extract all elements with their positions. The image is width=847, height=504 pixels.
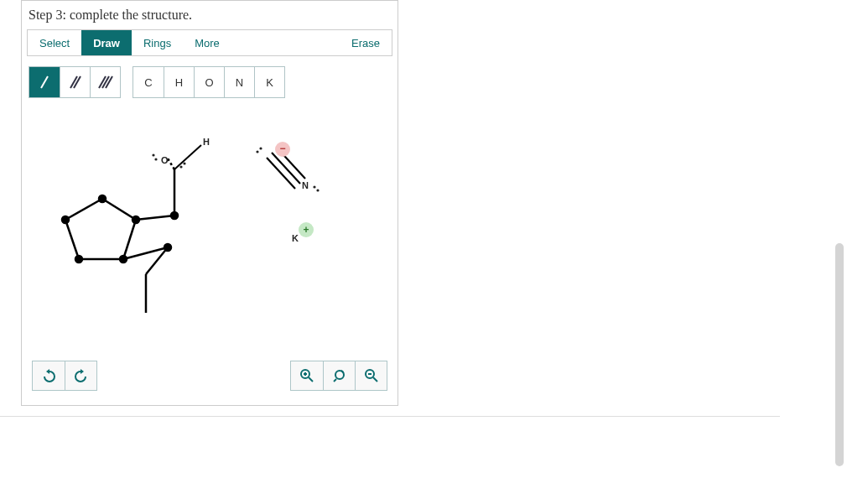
double-bond-icon <box>68 74 83 91</box>
svg-point-28 <box>154 158 157 160</box>
svg-line-21 <box>123 247 168 259</box>
step-title: Step 3: complete the structure. <box>27 6 392 29</box>
zoom-fit-icon <box>332 368 347 383</box>
undo-icon <box>42 369 56 383</box>
triple-bond-button[interactable] <box>90 67 120 97</box>
svg-point-34 <box>313 185 315 188</box>
drawing-canvas-scroll[interactable]: O H N K − + <box>27 107 392 400</box>
mode-tab-row: Select Draw Rings More Erase <box>27 29 392 56</box>
svg-line-1 <box>70 76 77 88</box>
svg-line-9 <box>65 220 79 259</box>
zoom-group <box>290 361 387 391</box>
oxygen-atom-label: O <box>161 155 169 165</box>
redo-button[interactable] <box>65 361 96 390</box>
zoom-in-button[interactable] <box>291 361 323 390</box>
svg-line-7 <box>123 220 136 259</box>
tab-more[interactable]: More <box>183 30 231 55</box>
svg-point-11 <box>99 195 106 202</box>
zoom-out-button[interactable] <box>355 361 387 390</box>
page-container: Step 3: complete the structure. Select D… <box>0 0 780 417</box>
single-bond-icon <box>38 74 51 91</box>
svg-point-35 <box>316 189 319 191</box>
svg-line-0 <box>41 76 48 88</box>
svg-line-5 <box>106 76 112 88</box>
svg-line-2 <box>74 76 81 88</box>
redo-icon <box>74 369 88 383</box>
bottom-toolbar <box>32 361 387 391</box>
svg-line-16 <box>136 216 174 220</box>
svg-line-3 <box>99 76 106 88</box>
atom-o-button[interactable]: O <box>194 67 224 97</box>
page-scrollbar[interactable] <box>835 243 844 417</box>
svg-point-14 <box>75 256 82 262</box>
positive-charge-icon: + <box>299 222 314 237</box>
atom-c-button[interactable]: C <box>133 67 164 97</box>
zoom-out-icon <box>364 368 379 383</box>
svg-line-4 <box>102 76 109 88</box>
zoom-in-icon <box>299 368 314 383</box>
zoom-fit-button[interactable] <box>323 361 355 390</box>
svg-point-32 <box>256 150 258 153</box>
tab-erase[interactable]: Erase <box>340 30 392 55</box>
single-bond-button[interactable] <box>29 67 60 97</box>
tool-shelf: C H O N K <box>27 66 392 98</box>
tab-select[interactable]: Select <box>28 30 81 55</box>
atom-tool-group: C H O N K <box>133 66 285 98</box>
svg-line-6 <box>102 199 136 220</box>
svg-point-15 <box>62 216 69 223</box>
potassium-atom-label: K <box>292 233 299 243</box>
svg-line-42 <box>373 377 377 382</box>
svg-line-20 <box>174 145 201 169</box>
tab-draw[interactable]: Draw <box>81 30 132 55</box>
svg-point-30 <box>179 165 182 168</box>
negative-charge-icon: − <box>275 142 290 157</box>
atom-n-button[interactable]: N <box>224 67 254 97</box>
bond-tool-group <box>29 66 121 98</box>
hydrogen-atom-label: H <box>203 137 210 147</box>
atom-h-button[interactable]: H <box>164 67 194 97</box>
undo-button[interactable] <box>33 361 65 390</box>
nitrogen-atom-label: N <box>302 180 309 190</box>
history-group <box>32 361 97 391</box>
molecule-svg <box>27 107 379 375</box>
svg-point-31 <box>183 162 185 164</box>
triple-bond-icon <box>97 74 114 91</box>
svg-line-19 <box>168 158 174 169</box>
svg-point-33 <box>259 147 262 149</box>
svg-line-10 <box>65 199 102 220</box>
svg-point-29 <box>152 153 154 156</box>
svg-line-37 <box>309 377 313 382</box>
structure-editor: Step 3: complete the structure. Select D… <box>21 0 398 406</box>
tab-rings[interactable]: Rings <box>132 30 183 55</box>
drawing-canvas[interactable]: O H N K − + <box>27 107 392 396</box>
atom-k-button[interactable]: K <box>254 67 284 97</box>
double-bond-button[interactable] <box>60 67 90 97</box>
